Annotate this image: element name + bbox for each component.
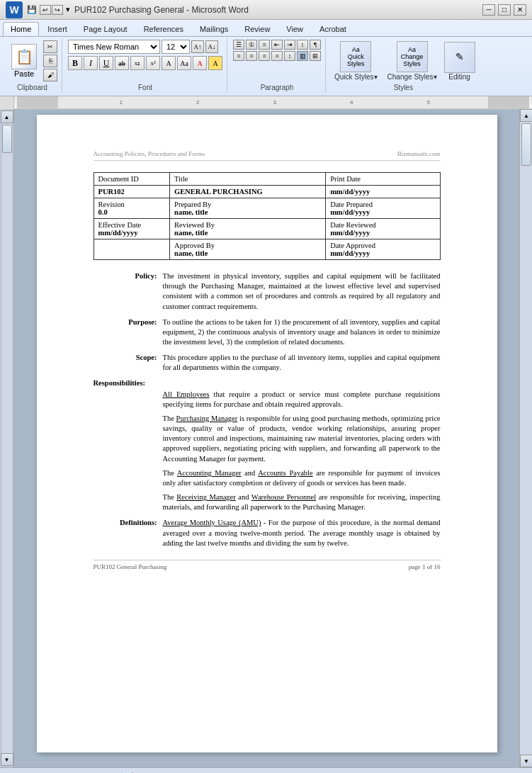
tab-insert[interactable]: Insert xyxy=(40,22,75,36)
scroll-bottom-button[interactable]: ▼ xyxy=(1,753,13,766)
text-case-button[interactable]: Aa xyxy=(177,56,191,70)
list-buttons-row: ☰ ① ≡ ⇤ ⇥ ↕ ¶ xyxy=(233,40,321,50)
change-styles-label: Change Styles▾ xyxy=(387,73,437,81)
font-grow-button[interactable]: A↑ xyxy=(191,40,204,53)
definitions-section: Definitions: Average Monthly Usage (AMU)… xyxy=(94,518,441,548)
align-center-button[interactable]: ≡ xyxy=(246,51,257,61)
table-cell: Prepared Byname, title xyxy=(170,198,326,219)
font-shrink-button[interactable]: A↓ xyxy=(205,40,218,53)
table-row: PUR102 GENERAL PURCHASING mm/dd/yyyy xyxy=(94,186,440,198)
font-selector-row: Times New Roman 12 A↑ A↓ xyxy=(68,40,218,54)
tab-home[interactable]: Home xyxy=(3,22,39,36)
tab-mailings[interactable]: Mailings xyxy=(192,22,236,36)
close-button[interactable]: ✕ xyxy=(514,4,526,16)
quick-styles-icon: AaQuickStyles xyxy=(340,41,371,72)
status-bar: Page: 1 of 16 Words: 1,807 📝 ▤ ⊡ 🌐 ≡ ≡ 8… xyxy=(0,767,532,773)
scope-label: Scope: xyxy=(94,353,157,373)
font-family-select[interactable]: Times New Roman xyxy=(68,40,160,54)
quick-styles-label: Quick Styles▾ xyxy=(334,73,378,81)
clipboard-label: Clipboard xyxy=(17,82,47,91)
multilevel-list-button[interactable]: ≡ xyxy=(259,40,270,50)
align-right-button[interactable]: ≡ xyxy=(259,51,270,61)
show-formatting-button[interactable]: ¶ xyxy=(310,40,321,50)
tab-acrobat[interactable]: Acrobat xyxy=(312,22,354,36)
superscript-button[interactable]: x² xyxy=(146,56,160,70)
change-styles-button[interactable]: AaChangeStyles Change Styles▾ xyxy=(385,40,440,82)
document-page: Accounting Policies, Procedures and Form… xyxy=(37,115,497,752)
table-cell: Title xyxy=(170,173,326,186)
line-spacing-button[interactable]: ↕ xyxy=(284,51,295,61)
paste-button[interactable]: 📋 Paste xyxy=(7,41,41,81)
scroll-top-button[interactable]: ▲ xyxy=(1,111,13,123)
tab-page-layout[interactable]: Page Layout xyxy=(76,22,135,36)
tab-review[interactable]: Review xyxy=(237,22,278,36)
ruler-bar[interactable]: 1 2 3 4 5 xyxy=(17,96,529,108)
font-size-select[interactable]: 12 xyxy=(162,40,190,54)
dropdown-arrow[interactable]: ▾ xyxy=(66,5,70,14)
font-group: Times New Roman 12 A↑ A↓ B I U ab x₂ x² … xyxy=(64,38,227,93)
subscript-button[interactable]: x₂ xyxy=(130,56,145,70)
italic-button[interactable]: I xyxy=(84,56,98,70)
numbering-button[interactable]: ① xyxy=(246,40,257,50)
editing-icon: ✎ xyxy=(444,42,475,73)
tab-references[interactable]: References xyxy=(136,22,191,36)
bold-button[interactable]: B xyxy=(68,56,82,70)
app-icon: W xyxy=(6,1,23,18)
redo-button[interactable]: ↪ xyxy=(52,5,63,15)
save-icon[interactable]: 💾 xyxy=(27,5,37,14)
ruler-mark-5: 5 xyxy=(426,99,429,106)
table-cell: PUR102 xyxy=(94,186,170,198)
ruler-mark-2: 2 xyxy=(196,99,199,106)
window-controls: ─ □ ✕ xyxy=(482,4,526,16)
cut-button[interactable]: ✂ xyxy=(43,40,57,53)
purpose-label: Purpose: xyxy=(94,317,157,348)
font-color-button[interactable]: A xyxy=(193,56,207,70)
highlight-button[interactable]: A xyxy=(208,56,222,70)
underline-button[interactable]: U xyxy=(99,56,113,70)
table-cell: Date Preparedmm/dd/yyyy xyxy=(326,198,440,219)
quick-styles-button[interactable]: AaQuickStyles Quick Styles▾ xyxy=(332,40,380,82)
tab-view[interactable]: View xyxy=(278,22,311,36)
undo-button[interactable]: ↩ xyxy=(40,5,51,15)
align-left-button[interactable]: ≡ xyxy=(233,51,244,61)
footer-right: page 1 of 16 xyxy=(409,563,441,570)
sort-button[interactable]: ↕ xyxy=(297,40,308,50)
vertical-scroll-thumb[interactable] xyxy=(2,125,12,153)
increase-indent-button[interactable]: ⇥ xyxy=(284,40,295,50)
accounts-payable-term: Accounts Payable xyxy=(258,469,312,477)
strikethrough-button[interactable]: ab xyxy=(115,56,129,70)
table-cell: Date Reviewedmm/dd/yyyy xyxy=(326,219,440,239)
minimize-button[interactable]: ─ xyxy=(482,4,495,16)
ruler-mark-4: 4 xyxy=(350,99,353,106)
resp-item-employees: All Employees that require a product or … xyxy=(163,390,441,410)
scroll-up-button[interactable]: ▲ xyxy=(520,109,532,122)
scroll-thumb[interactable] xyxy=(521,123,531,166)
table-cell: Date Approvedmm/dd/yyyy xyxy=(326,239,440,260)
decrease-indent-button[interactable]: ⇤ xyxy=(271,40,283,50)
responsibilities-section: Responsibilities: All Employees that req… xyxy=(94,379,441,513)
vertical-scroll-track xyxy=(2,123,12,753)
borders-button[interactable]: ⊞ xyxy=(310,51,321,61)
shading-button[interactable]: ▥ xyxy=(297,51,308,61)
ruler: 1 2 3 4 5 xyxy=(0,96,532,109)
purpose-text: To outline the actions to be taken for 1… xyxy=(163,317,441,348)
table-cell: Print Date xyxy=(326,173,440,186)
amu-term: Average Monthly Usage (AMU) xyxy=(163,519,261,526)
vertical-ruler-left: ▲ ▼ xyxy=(0,109,14,767)
warehouse-personnel-term: Warehouse Personnel xyxy=(251,493,316,501)
ribbon: Home Insert Page Layout References Maili… xyxy=(0,20,532,96)
policy-text: The investment in physical inventory, su… xyxy=(163,271,441,312)
paragraph-content: ☰ ① ≡ ⇤ ⇥ ↕ ¶ ≡ ≡ ≡ ≡ ↕ ▥ ⊞ xyxy=(233,40,321,82)
table-cell: Approved Byname, title xyxy=(170,239,326,260)
bullets-button[interactable]: ☰ xyxy=(233,40,244,50)
paragraph-group: ☰ ① ≡ ⇤ ⇥ ↕ ¶ ≡ ≡ ≡ ≡ ↕ ▥ ⊞ Pa xyxy=(229,38,326,93)
format-painter-button[interactable]: 🖌 xyxy=(43,69,57,81)
styles-group-label: Styles xyxy=(394,82,413,91)
scroll-down-button[interactable]: ▼ xyxy=(520,755,532,767)
header-right: Bizmanualz.com xyxy=(397,150,441,157)
maximize-button[interactable]: □ xyxy=(498,4,511,16)
clear-format-button[interactable]: A xyxy=(162,56,176,70)
copy-button[interactable]: ⎘ xyxy=(43,55,57,67)
window-title: PUR102 Purchasing General - Microsoft Wo… xyxy=(74,5,249,15)
justify-button[interactable]: ≡ xyxy=(271,51,283,61)
